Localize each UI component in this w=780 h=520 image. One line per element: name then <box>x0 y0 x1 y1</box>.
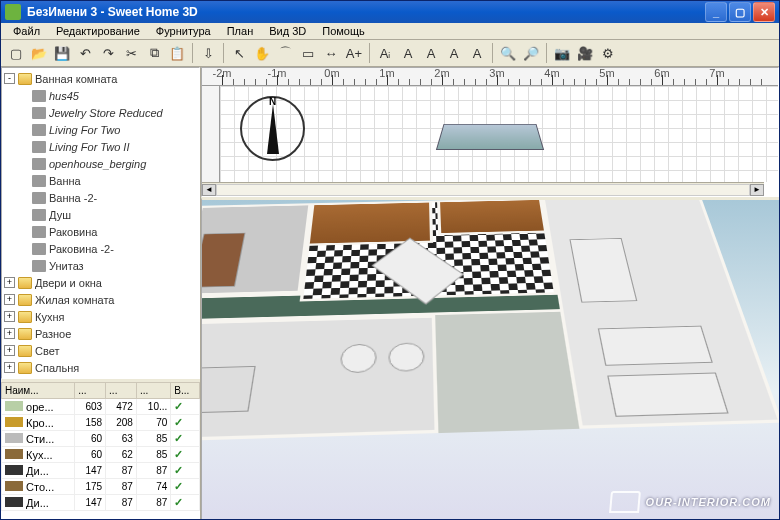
tree-toggle-icon[interactable]: + <box>4 294 15 305</box>
table-row[interactable]: Сти...606385✓ <box>2 431 200 447</box>
undo-icon[interactable]: ↶ <box>74 42 96 64</box>
row-name: Кух... <box>23 449 53 461</box>
pointer-icon[interactable]: ↖ <box>228 42 250 64</box>
menu-plan[interactable]: План <box>219 23 262 39</box>
table-row[interactable]: Ди...1478787✓ <box>2 495 200 511</box>
tree-item[interactable]: openhouse_berging <box>4 155 197 172</box>
menu-edit[interactable]: Редактирование <box>48 23 148 39</box>
maximize-button[interactable]: ▢ <box>729 2 751 22</box>
select-icon[interactable]: Aᵢ <box>374 42 396 64</box>
ruler-label: 3m <box>489 68 504 79</box>
table-header[interactable]: ... <box>106 383 137 399</box>
checkbox-icon[interactable]: ✓ <box>174 496 183 508</box>
furniture-table[interactable]: Наим............В... оре...60347210...✓ … <box>1 379 200 519</box>
import-icon[interactable]: ⇩ <box>197 42 219 64</box>
tree-item[interactable]: Living For Two <box>4 121 197 138</box>
tree-item[interactable]: Living For Two II <box>4 138 197 155</box>
scroll-track[interactable] <box>216 184 750 196</box>
folder-icon <box>18 362 32 374</box>
scroll-right-button[interactable]: ► <box>750 184 764 196</box>
redo-icon[interactable]: ↷ <box>97 42 119 64</box>
text-a-icon[interactable]: A <box>466 42 488 64</box>
copy-icon[interactable]: ⧉ <box>143 42 165 64</box>
wall-icon[interactable]: ⌒ <box>274 42 296 64</box>
tree-item[interactable]: hus45 <box>4 87 197 104</box>
table-row[interactable]: Кух...606285✓ <box>2 447 200 463</box>
tree-category[interactable]: +Разное <box>4 325 197 342</box>
tree-item[interactable]: Раковина <box>4 223 197 240</box>
settings-icon[interactable]: ⚙ <box>597 42 619 64</box>
checkbox-icon[interactable]: ✓ <box>174 432 183 444</box>
tree-label: hus45 <box>49 90 79 102</box>
tree-toggle-icon[interactable]: + <box>4 328 15 339</box>
tree-item[interactable]: Ванна <box>4 172 197 189</box>
catalog-tree[interactable]: -Ванная комнатаhus45Jewelry Store Reduce… <box>1 67 200 379</box>
room-icon[interactable]: ▭ <box>297 42 319 64</box>
tree-label: Душ <box>49 209 71 221</box>
menu-help[interactable]: Помощь <box>314 23 373 39</box>
menubar: Файл Редактирование Фурнитура План Вид 3… <box>1 23 779 40</box>
table-header[interactable]: ... <box>75 383 106 399</box>
tree-toggle-icon[interactable]: - <box>4 73 15 84</box>
tree-label: Разное <box>35 328 71 340</box>
menu-file[interactable]: Файл <box>5 23 48 39</box>
table-header[interactable]: В... <box>171 383 200 399</box>
checkbox-icon[interactable]: ✓ <box>174 480 183 492</box>
table-header[interactable]: Наим... <box>2 383 75 399</box>
checkbox-icon[interactable]: ✓ <box>174 448 183 460</box>
paste-icon[interactable]: 📋 <box>166 42 188 64</box>
tree-item[interactable]: Душ <box>4 206 197 223</box>
new-file-icon[interactable]: ▢ <box>5 42 27 64</box>
tree-toggle-icon[interactable]: + <box>4 277 15 288</box>
view-3d[interactable]: ▲ ◀▶ ▼ <box>201 197 779 519</box>
row-value: 87 <box>106 479 137 495</box>
open-file-icon[interactable]: 📂 <box>28 42 50 64</box>
minimize-button[interactable]: _ <box>705 2 727 22</box>
tree-category[interactable]: +Жилая комната <box>4 291 197 308</box>
save-icon[interactable]: 💾 <box>51 42 73 64</box>
tree-category[interactable]: +Кухня <box>4 308 197 325</box>
text-italic-icon[interactable]: A <box>420 42 442 64</box>
tree-item[interactable]: Раковина -2- <box>4 240 197 257</box>
plan-2d-view[interactable]: -2m-1m0m1m2m3m4m5m6m7m ◄ ► <box>201 67 779 197</box>
zoom-out-icon[interactable]: 🔎 <box>520 42 542 64</box>
object-icon <box>32 158 46 170</box>
tree-item[interactable]: Ванна -2- <box>4 189 197 206</box>
table-row[interactable]: Сто...1758774✓ <box>2 479 200 495</box>
close-button[interactable]: ✕ <box>753 2 775 22</box>
snapshot-icon[interactable]: 📷 <box>551 42 573 64</box>
dimension-icon[interactable]: ↔ <box>320 42 342 64</box>
menu-furniture[interactable]: Фурнитура <box>148 23 219 39</box>
tree-toggle-icon[interactable]: + <box>4 345 15 356</box>
text-bold-icon[interactable]: A <box>397 42 419 64</box>
row-value: 74 <box>136 479 170 495</box>
checkbox-icon[interactable]: ✓ <box>174 464 183 476</box>
titlebar[interactable]: БезИмени 3 - Sweet Home 3D _ ▢ ✕ <box>1 1 779 23</box>
text-icon[interactable]: A+ <box>343 42 365 64</box>
tree-toggle-icon[interactable]: + <box>4 362 15 373</box>
scroll-left-button[interactable]: ◄ <box>202 184 216 196</box>
table-row[interactable]: оре...60347210...✓ <box>2 399 200 415</box>
pan-icon[interactable]: ✋ <box>251 42 273 64</box>
tree-toggle-icon[interactable]: + <box>4 311 15 322</box>
row-name: Кро... <box>23 417 54 429</box>
text-size-icon[interactable]: A <box>443 42 465 64</box>
zoom-in-icon[interactable]: 🔍 <box>497 42 519 64</box>
menu-view3d[interactable]: Вид 3D <box>261 23 314 39</box>
table-row[interactable]: Ди...1478787✓ <box>2 463 200 479</box>
camera-icon[interactable]: 🎥 <box>574 42 596 64</box>
tree-category[interactable]: +Свет <box>4 342 197 359</box>
compass-icon[interactable] <box>240 96 305 161</box>
table-header[interactable]: ... <box>136 383 170 399</box>
plan-canvas[interactable] <box>220 86 778 182</box>
checkbox-icon[interactable]: ✓ <box>174 416 183 428</box>
checkbox-icon[interactable]: ✓ <box>174 400 183 412</box>
tree-item[interactable]: Jewelry Store Reduced <box>4 104 197 121</box>
tree-category[interactable]: +Двери и окна <box>4 274 197 291</box>
table-row[interactable]: Кро...15820870✓ <box>2 415 200 431</box>
tree-category[interactable]: +Спальня <box>4 359 197 376</box>
tree-item[interactable]: Унитаз <box>4 257 197 274</box>
tree-root[interactable]: -Ванная комната <box>4 70 197 87</box>
plan-scrollbar-horizontal[interactable]: ◄ ► <box>202 182 764 196</box>
cut-icon[interactable]: ✂ <box>120 42 142 64</box>
